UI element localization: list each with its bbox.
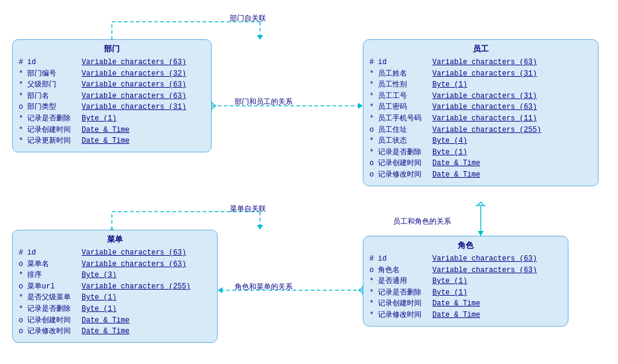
marker: * [19,125,27,136]
field-type: Variable characters (63) [82,79,186,91]
field-name: 部门编号 [27,68,82,80]
field-name: 记录修改时间 [378,310,432,321]
role-title: 角色 [369,240,562,251]
role-row-0: # id Variable characters (63) [369,253,562,265]
marker: o [369,265,378,276]
field-type: Variable characters (63) [82,259,186,270]
field-type: Variable characters (63) [82,247,186,259]
marker: * [369,79,378,91]
dept-row-0: # id Variable characters (63) [19,57,205,68]
marker: o [19,281,27,293]
dept-row-3: * 部门名 Variable characters (63) [19,91,205,102]
marker: * [19,79,27,91]
field-type: Byte (1) [432,79,467,91]
marker: * [19,135,27,147]
field-name: 菜单url [27,281,82,293]
field-name: 员工状态 [378,135,432,147]
svg-line-7 [212,103,216,106]
field-name: 员工姓名 [378,68,432,80]
dept-row-5: * 记录是否删除 Byte (1) [19,113,205,125]
field-name: 记录修改时间 [378,169,432,181]
svg-line-23 [359,290,363,293]
field-type: Byte (1) [82,113,117,125]
diagram-container: 部门自关联 部门和员工的关系 菜单自关联 员工和角色的关系 角色和菜单的关系 部… [0,0,618,364]
field-name: id [378,253,432,265]
menu-title: 菜单 [19,234,211,245]
dept-title: 部门 [19,44,205,54]
svg-marker-6 [358,103,363,109]
field-name: id [378,57,432,68]
field-type: Variable characters (63) [82,57,186,68]
field-name: 部门类型 [27,102,82,113]
dept-row-4: o 部门类型 Variable characters (31) [19,102,205,113]
field-name: 记录是否删除 [378,287,432,299]
field-name: 部门名 [27,91,82,102]
field-name: 员工住址 [378,125,432,136]
menu-row-5: * 记录是否删除 Byte (1) [19,304,211,315]
emp-row-2: * 员工性别 Byte (1) [369,79,592,91]
field-type: Date & Time [432,158,480,169]
emp-row-3: * 员工工号 Variable characters (31) [369,91,592,102]
svg-line-17 [478,202,481,206]
field-name: 角色名 [378,265,432,276]
field-name: id [27,247,82,259]
marker: * [19,292,27,304]
emp-row-10: o 记录修改时间 Date & Time [369,169,592,181]
field-name: 排序 [27,270,82,281]
role-row-3: * 记录是否删除 Byte (1) [369,287,562,299]
emp-row-7: * 员工状态 Byte (4) [369,135,592,147]
field-name: 是否通用 [378,276,432,287]
marker: o [19,315,27,327]
field-type: Byte (3) [82,270,117,281]
field-name: 记录修改时间 [27,326,82,337]
marker: o [19,326,27,337]
field-type: Variable characters (32) [82,68,186,80]
field-type: Variable characters (63) [432,265,537,276]
marker: * [369,310,378,321]
label-dept-self: 部门自关联 [230,13,266,24]
field-name: 记录是否删除 [378,147,432,158]
field-type: Byte (1) [432,287,467,299]
marker: * [19,270,27,281]
field-name: 员工密码 [378,102,432,113]
field-name: 记录创建时间 [378,298,432,310]
label-menu-self: 菜单自关联 [230,204,266,214]
marker: o [19,102,27,113]
field-name: 员工性别 [378,79,432,91]
role-row-1: o 角色名 Variable characters (63) [369,265,562,276]
field-name: id [27,57,82,68]
field-type: Byte (1) [82,304,117,315]
field-name: 记录创建时间 [378,158,432,169]
field-name: 员工工号 [378,91,432,102]
svg-line-8 [212,106,216,109]
field-name: 菜单名 [27,259,82,270]
marker: * [19,113,27,125]
marker: * [369,147,378,158]
marker: * [19,91,27,102]
dept-box: 部门 # id Variable characters (63) * 部门编号 … [12,39,212,152]
emp-row-5: * 员工手机号码 Variable characters (11) [369,113,592,125]
emp-title: 员工 [369,44,592,54]
emp-row-0: # id Variable characters (63) [369,57,592,68]
marker: o [19,259,27,270]
marker: * [369,287,378,299]
role-row-5: * 记录修改时间 Date & Time [369,310,562,321]
menu-row-6: o 记录创建时间 Date & Time [19,315,211,327]
marker: * [369,135,378,147]
marker: * [19,304,27,315]
field-type: Variable characters (255) [432,125,541,136]
label-dept-emp: 部门和员工的关系 [235,97,293,107]
field-type: Byte (1) [432,147,467,158]
field-type: Variable characters (11) [432,113,537,125]
role-box: 角色 # id Variable characters (63) o 角色名 V… [363,236,568,327]
emp-row-4: * 员工密码 Variable characters (63) [369,102,592,113]
svg-line-22 [359,287,363,290]
emp-row-8: * 记录是否删除 Byte (1) [369,147,592,158]
field-type: Date & Time [82,326,129,337]
marker: o [369,169,378,181]
emp-row-9: o 记录创建时间 Date & Time [369,158,592,169]
emp-box: 员工 # id Variable characters (63) * 员工姓名 … [363,39,599,186]
menu-row-1: o 菜单名 Variable characters (63) [19,259,211,270]
menu-row-4: * 是否父级菜单 Byte (1) [19,292,211,304]
marker: # [369,57,378,68]
